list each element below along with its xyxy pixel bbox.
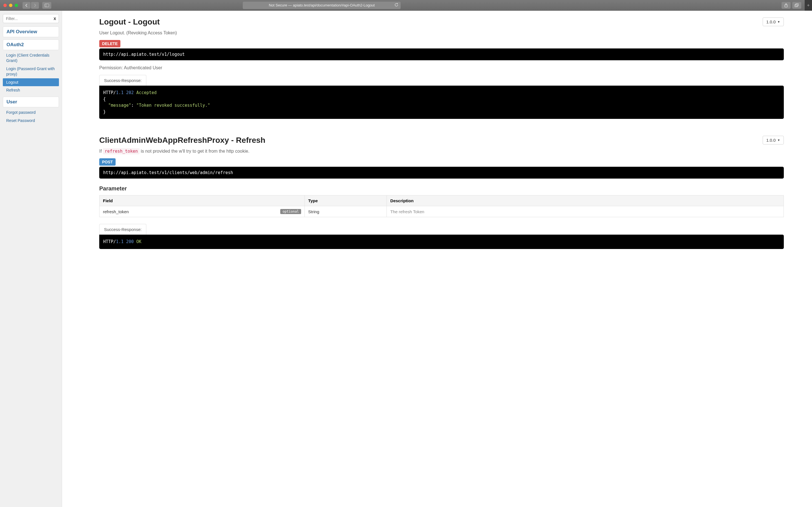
caret-down-icon: ▼: [777, 20, 780, 23]
toolbar-right: [781, 2, 801, 9]
param-name: refresh_token: [103, 209, 129, 214]
browser-chrome: Not Secure — apiato.test/api/documentati…: [0, 0, 812, 11]
nav-header-user[interactable]: User: [3, 97, 59, 107]
svg-rect-4: [796, 4, 799, 6]
method-badge-delete: DELETE: [99, 40, 120, 47]
caret-down-icon: ▼: [777, 138, 780, 142]
nav-item-refresh[interactable]: Refresh: [3, 86, 59, 94]
nav-section-overview: API Overview: [3, 26, 59, 37]
response-code-block: HTTP/1.1 200 OK: [99, 235, 784, 249]
permission-text: Permission: Authenticated User: [99, 65, 784, 70]
address-bar[interactable]: Not Secure — apiato.test/api/documentati…: [243, 2, 401, 9]
minimize-window-button[interactable]: [9, 4, 12, 7]
endpoint-description: User Logout. (Revoking Access Token): [99, 31, 784, 36]
endpoint-logout: Logout - Logout 1.0.0 ▼ User Logout. (Re…: [99, 17, 784, 119]
forward-button[interactable]: [31, 2, 39, 9]
url-text: Not Secure — apiato.test/api/documentati…: [269, 3, 375, 7]
svg-rect-0: [45, 4, 49, 7]
filter-box: x: [3, 14, 59, 23]
version-label: 1.0.0: [766, 138, 776, 143]
endpoint-description: If refresh_token is not provided the w'l…: [99, 149, 784, 154]
svg-rect-3: [795, 4, 798, 7]
version-dropdown[interactable]: 1.0.0 ▼: [763, 136, 784, 145]
version-label: 1.0.0: [766, 19, 776, 24]
method-badge-post: POST: [99, 158, 116, 166]
app-root: x API Overview OAuth2 Login (Client Cred…: [0, 11, 812, 507]
param-desc: The refresh Token: [387, 206, 784, 217]
col-field: Field: [100, 195, 305, 206]
tabs-button[interactable]: [792, 2, 801, 9]
inline-code: refresh_token: [103, 148, 139, 154]
nav-buttons: [22, 2, 39, 9]
main-content[interactable]: Logout - Logout 1.0.0 ▼ User Logout. (Re…: [62, 11, 812, 507]
col-type: Type: [305, 195, 387, 206]
param-type: String: [305, 206, 387, 217]
endpoint-refresh: ClientAdminWebAppRefreshProxy - Refresh …: [99, 136, 784, 249]
close-window-button[interactable]: [3, 4, 7, 7]
endpoint-title: ClientAdminWebAppRefreshProxy - Refresh: [99, 136, 265, 145]
endpoint-url: http://api.apiato.test/v1/clients/web/ad…: [99, 167, 784, 179]
sidebar-toggle-button[interactable]: [42, 2, 51, 9]
nav-header-overview[interactable]: API Overview: [3, 26, 59, 37]
nav-item-logout[interactable]: Logout: [3, 78, 59, 87]
share-button[interactable]: [781, 2, 791, 9]
parameter-table: Field Type Description refresh_token opt…: [99, 195, 784, 217]
success-response-tab[interactable]: Success-Response:: [99, 75, 146, 86]
window-controls: [3, 4, 18, 7]
nav-section-user: User Forgot password Reset Password: [3, 97, 59, 125]
maximize-window-button[interactable]: [15, 4, 18, 7]
version-dropdown[interactable]: 1.0.0 ▼: [763, 17, 784, 26]
nav-item-login-cc[interactable]: Login (Client Credentials Grant): [3, 51, 59, 65]
nav-item-forgot-password[interactable]: Forgot password: [3, 108, 59, 117]
optional-badge: optional: [280, 209, 301, 214]
col-desc: Description: [387, 195, 784, 206]
back-button[interactable]: [22, 2, 31, 9]
nav-header-oauth2[interactable]: OAuth2: [3, 40, 59, 50]
filter-input[interactable]: [3, 14, 59, 23]
new-tab-button[interactable]: +: [805, 0, 812, 11]
filter-clear-button[interactable]: x: [54, 16, 56, 21]
nav-section-oauth2: OAuth2 Login (Client Credentials Grant) …: [3, 40, 59, 94]
table-row: refresh_token optional String The refres…: [100, 206, 784, 217]
response-code-block: HTTP/1.1 202 Accepted { "message": "Toke…: [99, 86, 784, 119]
parameter-heading: Parameter: [99, 185, 784, 192]
sidebar: x API Overview OAuth2 Login (Client Cred…: [0, 11, 62, 507]
nav-item-login-pw[interactable]: Login (Password Grant with proxy): [3, 65, 59, 78]
endpoint-title: Logout - Logout: [99, 17, 160, 26]
success-response-tab[interactable]: Success-Response:: [99, 224, 146, 235]
reload-icon[interactable]: [395, 3, 398, 8]
nav-item-reset-password[interactable]: Reset Password: [3, 117, 59, 125]
endpoint-url: http://api.apiato.test/v1/logout: [99, 48, 784, 60]
